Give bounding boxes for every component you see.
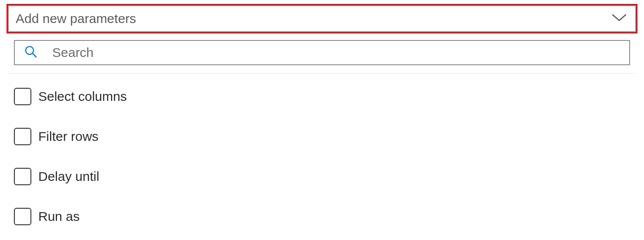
chevron-down-icon <box>612 13 627 24</box>
option-delay-until[interactable]: Delay until <box>14 161 630 192</box>
dropdown-panel: Select columns Filter rows Delay until R… <box>8 37 636 232</box>
checkbox[interactable] <box>14 168 31 185</box>
search-icon <box>24 45 52 60</box>
option-filter-rows[interactable]: Filter rows <box>14 121 630 152</box>
add-parameters-dropdown[interactable]: Add new parameters <box>8 5 636 32</box>
search-box[interactable] <box>14 40 630 65</box>
search-container <box>8 37 636 73</box>
option-select-columns[interactable]: Select columns <box>14 81 630 112</box>
svg-line-1 <box>33 53 36 57</box>
checkbox[interactable] <box>14 128 31 145</box>
checkbox[interactable] <box>14 208 31 225</box>
search-input[interactable] <box>52 45 620 60</box>
options-list: Select columns Filter rows Delay until R… <box>8 73 636 232</box>
option-label: Run as <box>38 209 80 224</box>
option-label: Select columns <box>38 89 127 104</box>
checkbox[interactable] <box>14 88 31 105</box>
option-run-as[interactable]: Run as <box>14 201 630 232</box>
option-label: Filter rows <box>38 129 98 144</box>
dropdown-placeholder: Add new parameters <box>16 11 136 26</box>
option-label: Delay until <box>38 169 99 184</box>
